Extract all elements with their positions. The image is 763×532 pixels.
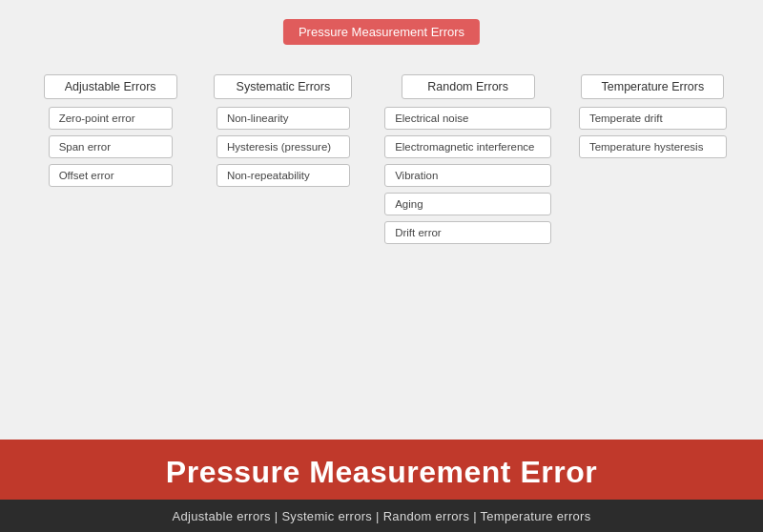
- category-col-0: Adjustable Errors Zero-point error Span …: [34, 74, 187, 187]
- category-col-2: Random Errors Electrical noise Electroma…: [380, 74, 556, 244]
- tree-wrapper: Pressure Measurement Errors Adjustable E…: [14, 10, 749, 381]
- main-container: Pressure Measurement Errors Adjustable E…: [0, 0, 763, 532]
- item-0-2: Offset error: [49, 164, 173, 187]
- root-node: Pressure Measurement Errors: [283, 19, 480, 45]
- item-1-2: Non-repeatability: [217, 164, 350, 187]
- bottom-banner: Pressure Measurement Error Adjustable er…: [0, 440, 763, 532]
- item-3-0: Temperate drift: [579, 107, 727, 130]
- item-1-1: Hysteresis (pressure): [217, 135, 350, 158]
- root-box: Pressure Measurement Errors: [283, 19, 480, 45]
- category-col-3: Temperature Errors Temperate drift Tempe…: [576, 74, 729, 158]
- category-header-1: Systematic Errors: [214, 74, 352, 99]
- item-1-0: Non-linearity: [217, 107, 350, 130]
- item-0-0: Zero-point error: [49, 107, 173, 130]
- category-header-0: Adjustable Errors: [44, 74, 177, 99]
- category-items-3: Temperate drift Temperature hysteresis: [579, 101, 727, 158]
- banner-subtitle: Adjustable errors | Systemic errors | Ra…: [173, 509, 591, 523]
- category-items-1: Non-linearity Hysteresis (pressure) Non-…: [217, 101, 350, 187]
- item-2-1: Electromagnetic interference: [384, 135, 551, 158]
- item-2-4: Drift error: [384, 221, 551, 244]
- subtitle-bar: Adjustable errors | Systemic errors | Ra…: [0, 500, 763, 532]
- diagram-area: Pressure Measurement Errors Adjustable E…: [0, 0, 763, 440]
- category-items-0: Zero-point error Span error Offset error: [49, 101, 173, 187]
- category-header-2: Random Errors: [402, 74, 535, 99]
- item-2-2: Vibration: [384, 164, 551, 187]
- category-items-2: Electrical noise Electromagnetic interfe…: [384, 101, 551, 244]
- columns-row: Adjustable Errors Zero-point error Span …: [14, 74, 749, 244]
- root-label: Pressure Measurement Errors: [299, 25, 464, 39]
- banner-title: Pressure Measurement Error: [19, 455, 744, 490]
- item-2-3: Aging: [384, 193, 551, 215]
- item-0-1: Span error: [49, 135, 173, 158]
- category-col-1: Systematic Errors Non-linearity Hysteres…: [207, 74, 360, 187]
- category-header-3: Temperature Errors: [581, 74, 724, 99]
- item-2-0: Electrical noise: [384, 107, 551, 130]
- item-3-1: Temperature hysteresis: [579, 135, 727, 158]
